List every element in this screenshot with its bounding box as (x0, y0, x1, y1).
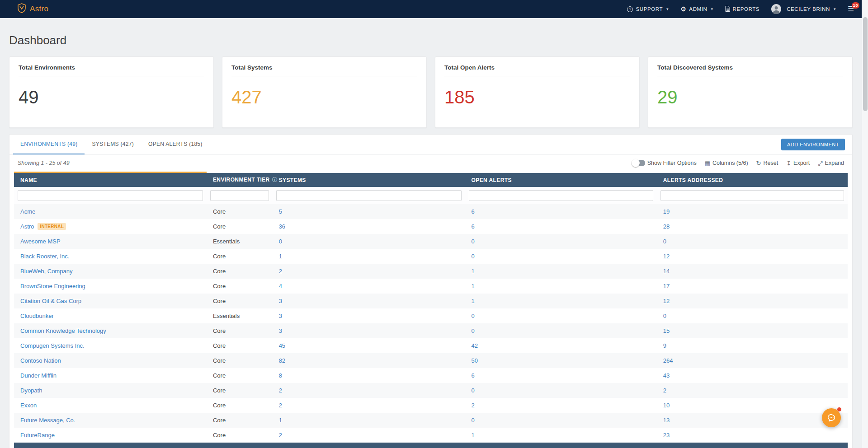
systems-count-link[interactable]: 1 (279, 253, 282, 260)
alerts-addressed-count-link[interactable]: 28 (663, 223, 670, 230)
environment-name-link[interactable]: Cloudbunker (20, 313, 54, 319)
filter-input-open-alerts[interactable] (469, 190, 653, 201)
environment-name-link[interactable]: BlueWeb, Company (20, 268, 72, 275)
reports-label: REPORTS (733, 6, 760, 12)
environment-name-link[interactable]: BrownStone Engineering (20, 283, 85, 289)
toggle-switch[interactable] (632, 160, 645, 166)
systems-count-link[interactable]: 3 (279, 298, 282, 304)
vertical-scrollbar[interactable] (862, 0, 868, 448)
info-icon[interactable]: ⓘ (272, 177, 278, 183)
alerts-addressed-count-link[interactable]: 43 (663, 372, 670, 379)
expand-button[interactable]: ⤢ Expand (818, 160, 844, 166)
alerts-addressed-count-link[interactable]: 15 (663, 327, 670, 334)
open-alerts-count-link[interactable]: 1 (472, 298, 475, 304)
add-environment-button[interactable]: ADD ENVIRONMENT (781, 139, 845, 150)
systems-count-link[interactable]: 36 (279, 223, 285, 230)
scrollbar-thumb[interactable] (863, 17, 868, 111)
column-header-environment-tier[interactable]: ENVIRONMENT TIERⓘ (207, 173, 273, 187)
environment-name-link[interactable]: Acme (20, 208, 35, 215)
alerts-addressed-count-link[interactable]: 12 (663, 298, 670, 304)
environment-name-link[interactable]: Compugen Systems Inc. (20, 342, 85, 349)
alerts-addressed-count-link[interactable]: 23 (663, 432, 670, 439)
open-alerts-count-link[interactable]: 1 (472, 432, 475, 439)
systems-count-link[interactable]: 0 (279, 238, 282, 245)
systems-count-link[interactable]: 2 (279, 432, 282, 439)
systems-count-link[interactable]: 5 (279, 208, 282, 215)
open-alerts-count-link[interactable]: 6 (472, 372, 475, 379)
environment-name-link[interactable]: Future Message, Co. (20, 417, 75, 424)
open-alerts-count-link[interactable]: 2 (472, 402, 475, 409)
systems-count-link[interactable]: 1 (279, 417, 282, 424)
filter-input-name[interactable] (18, 190, 203, 201)
brand-logo-link[interactable]: Astro (17, 3, 48, 15)
column-header-systems[interactable]: SYSTEMS (273, 173, 465, 187)
environment-name-link[interactable]: Dyopath (20, 387, 42, 394)
tab-environments[interactable]: ENVIRONMENTS (49) (13, 135, 85, 154)
environment-name-link[interactable]: Dunder Mifflin (20, 372, 57, 379)
alerts-addressed-count-link[interactable]: 17 (663, 283, 670, 289)
environment-name-link[interactable]: Astro (20, 223, 34, 230)
alerts-addressed-count-link[interactable]: 0 (663, 238, 666, 245)
alerts-addressed-count-link[interactable]: 10 (663, 402, 670, 409)
open-alerts-count-link[interactable]: 0 (472, 238, 475, 245)
systems-count-link[interactable]: 3 (279, 313, 282, 319)
systems-count-link[interactable]: 45 (279, 342, 285, 349)
show-filter-options-toggle[interactable]: Show Filter Options (632, 160, 697, 166)
column-header-name[interactable]: NAME (14, 173, 207, 187)
open-alerts-count-link[interactable]: 0 (472, 327, 475, 334)
chat-launcher-button[interactable] (822, 408, 841, 427)
open-alerts-count-link[interactable]: 0 (472, 313, 475, 319)
user-menu[interactable]: CECILEY BRINN ▾ (771, 4, 836, 14)
alerts-addressed-count-link[interactable]: 13 (663, 417, 670, 424)
open-alerts-count-link[interactable]: 0 (472, 387, 475, 394)
systems-count-link[interactable]: 2 (279, 387, 282, 394)
column-header-alerts-addressed[interactable]: ALERTS ADDRESSED (657, 173, 848, 187)
environment-name-link[interactable]: Awesome MSP (20, 238, 61, 245)
open-alerts-count-link[interactable]: 0 (472, 253, 475, 260)
environment-name-link[interactable]: Common Knowledge Technology (20, 327, 106, 334)
systems-count-link[interactable]: 2 (279, 402, 282, 409)
table-row: Citation Oil & Gas CorpCore3112 (14, 294, 848, 308)
filter-input-environment-tier[interactable] (210, 190, 269, 201)
filter-input-alerts-addressed[interactable] (660, 190, 844, 201)
environment-name-link[interactable]: Black Rooster, Inc. (20, 253, 69, 260)
open-alerts-count-link[interactable]: 6 (472, 208, 475, 215)
filter-input-systems[interactable] (276, 190, 462, 201)
systems-count-link[interactable]: 8 (279, 372, 282, 379)
alerts-addressed-count-link[interactable]: 14 (663, 268, 670, 275)
support-menu[interactable]: ? SUPPORT ▾ (627, 6, 669, 12)
open-alerts-count-link[interactable]: 1 (472, 283, 475, 289)
chevron-down-icon: ▾ (834, 7, 836, 11)
alerts-addressed-count-link[interactable]: 9 (663, 342, 666, 349)
stat-value: 185 (444, 87, 630, 107)
columns-button[interactable]: ▦ Columns (5/6) (705, 160, 748, 166)
systems-count-link[interactable]: 4 (279, 283, 282, 289)
systems-count-link[interactable]: 2 (279, 268, 282, 275)
alerts-addressed-count-link[interactable]: 264 (663, 357, 673, 364)
notifications-menu[interactable]: ☰ 10 (848, 5, 854, 13)
export-button[interactable]: ↧ Export (786, 160, 810, 166)
open-alerts-count-link[interactable]: 42 (472, 342, 478, 349)
reports-menu[interactable]: REPORTS (725, 6, 760, 13)
environment-name-link[interactable]: FutureRange (20, 432, 55, 439)
tab-systems[interactable]: SYSTEMS (427) (85, 135, 141, 154)
column-header-open-alerts[interactable]: OPEN ALERTS (465, 173, 657, 187)
tab-open-alerts[interactable]: OPEN ALERTS (185) (141, 135, 210, 154)
open-alerts-count-link[interactable]: 6 (472, 223, 475, 230)
environment-name-link[interactable]: Citation Oil & Gas Corp (20, 298, 81, 304)
systems-count-link[interactable]: 82 (279, 357, 285, 364)
alerts-addressed-count-link[interactable]: 19 (663, 208, 670, 215)
environment-name-link[interactable]: Contoso Nation (20, 357, 61, 364)
open-alerts-count-link[interactable]: 50 (472, 357, 478, 364)
reset-button[interactable]: ↻ Reset (756, 160, 778, 166)
alerts-addressed-count-link[interactable]: 2 (663, 387, 666, 394)
table-row: Compugen Systems Inc.Core45429 (14, 338, 848, 353)
environment-name-link[interactable]: Exxon (20, 402, 37, 409)
admin-menu[interactable]: ⚙ ADMIN ▾ (680, 6, 713, 12)
open-alerts-count-link[interactable]: 0 (472, 417, 475, 424)
alerts-addressed-count-link[interactable]: 0 (663, 313, 666, 319)
alerts-addressed-count-link[interactable]: 12 (663, 253, 670, 260)
systems-count-link[interactable]: 3 (279, 327, 282, 334)
open-alerts-count-link[interactable]: 1 (472, 268, 475, 275)
stat-cards: Total Environments 49 Total Systems 427 … (9, 56, 853, 128)
